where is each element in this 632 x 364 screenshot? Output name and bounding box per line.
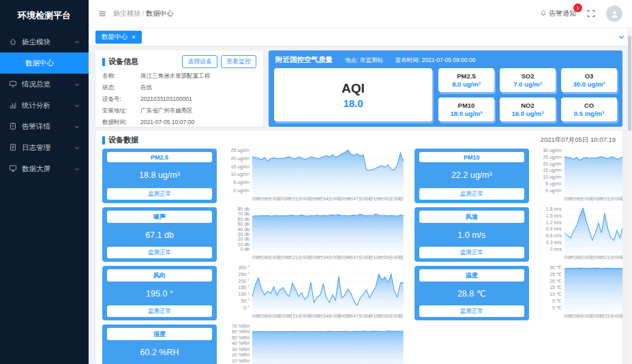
pm25-metric-card: PM2.5 18.8 ug/m³ 监测正常	[102, 149, 217, 203]
vertical-scrollbar[interactable]	[627, 27, 632, 364]
aqi-body: AQI 18.0 PM2.58.0 ug/m³ SO27.0 ug/m³ O33…	[274, 68, 617, 121]
sidebar-item-label: 情况总览	[22, 80, 50, 89]
metric-value: 22.2 ug/m³	[419, 170, 524, 180]
alarm-notice-button[interactable]: 告警通知 1	[540, 9, 576, 18]
aqi-location: 地点: 市监测站	[345, 57, 383, 65]
aqi-value: 18.0	[343, 97, 363, 109]
notice-badge: 1	[573, 3, 582, 12]
bell-icon	[540, 10, 547, 18]
chart-row-pm10: PM10 22.2 ug/m³ 监测正常 30 ug/m³25 ug/m³20 …	[415, 149, 622, 203]
pollutant-card-pm10: PM1018.0 ug/m³	[438, 97, 494, 121]
chevron-down-icon	[74, 124, 80, 130]
chart-row-wind-speed: 风速 1.0 m/s 监测正常 1.8 m/s1.5 m/s1.2 m/s0.9…	[415, 207, 622, 262]
humidity-metric-card: 湿度 60.2 %RH 监测正常	[102, 324, 217, 364]
field-name: 名称:珠江三角洲水资源配置工程	[102, 72, 256, 80]
sidebar-item-logs[interactable]: 日志管理	[0, 137, 89, 158]
collapse-menu-icon[interactable]	[98, 10, 106, 18]
metric-value: 28.8 ℃	[419, 288, 524, 299]
chevron-up-icon	[74, 40, 80, 45]
sidebar-item-stats[interactable]: 统计分析	[0, 95, 89, 116]
scrollbar-thumb[interactable]	[628, 35, 631, 131]
sidebar-item-label: 统计分析	[22, 101, 50, 110]
chart-plot	[565, 267, 622, 312]
aqi-panel-title: 附近国控空气质量	[275, 55, 333, 65]
status-badge[interactable]: 监测正常	[107, 305, 212, 317]
metric-label: 风向	[107, 269, 212, 282]
log-icon	[9, 143, 17, 153]
pollutant-grid: PM2.58.0 ug/m³ SO27.0 ug/m³ O330.0 ug/m³…	[438, 68, 617, 121]
metric-value: 1.0 m/s	[419, 230, 524, 240]
view-monitor-button[interactable]: 查看监控	[221, 55, 256, 68]
pollutant-card-co: CO0.5 mg/m³	[561, 97, 617, 121]
sidebar-item-label: 告警详情	[22, 122, 50, 132]
chevron-down-icon	[74, 145, 80, 151]
chart-row-wind-direction: 风向 195.0 ° 监测正常 300 °250 °200 °150 °100 …	[102, 266, 404, 320]
alert-icon	[9, 122, 17, 132]
device-data-title: 设备数据	[108, 135, 138, 145]
sidebar-item-overview[interactable]: 情况总览	[0, 74, 89, 95]
device-data-timestamp: 2021年07月05日 10:07:19	[541, 136, 616, 145]
field-status: 状态:在线	[102, 84, 256, 92]
chart-plot	[252, 149, 404, 194]
tab-options-chevron-down-icon[interactable]	[618, 33, 625, 41]
status-badge[interactable]: 监测正常	[419, 247, 524, 258]
sidebar: 环境检测平台 扬尘模块 数据中心 情况总览 统计分析 告警详情 日志管理	[0, 0, 89, 364]
field-address: 安装地址:广东省广州市越秀区	[102, 107, 256, 115]
overview-icon	[9, 80, 17, 89]
home-icon	[9, 37, 17, 47]
sidebar-item-label: 扬尘模块	[22, 37, 50, 47]
select-device-button[interactable]: 选择设备	[182, 55, 217, 68]
wind-direction-metric-card: 风向 195.0 ° 监测正常	[102, 266, 217, 320]
y-axis: 300 °250 °200 °150 °100 °50 °0 °	[224, 265, 252, 310]
sidebar-item-alerts[interactable]: 告警详情	[0, 116, 89, 137]
chevron-down-icon	[74, 103, 80, 108]
metric-label: 湿度	[107, 328, 212, 340]
topbar-actions: 告警通知 1	[540, 5, 622, 22]
sidebar-item-big-screen[interactable]: 数据大屏	[0, 158, 89, 179]
sidebar-item-label: 日志管理	[22, 143, 50, 153]
temperature-metric-card: 温度 28.8 ℃ 监测正常	[415, 266, 529, 320]
metric-label: 噪声	[107, 211, 212, 223]
breadcrumb: 扬尘模块 / 数据中心	[113, 9, 173, 18]
alarm-notice-label: 告警通知	[549, 9, 576, 18]
tab-data-center[interactable]: 数据中心 ×	[95, 31, 142, 44]
field-data-time: 数据时间:2021-07-05 10:07:00	[102, 119, 256, 127]
x-axis: 09时08分00秒09时21分00秒09时34分00秒09时47分00秒10时0…	[224, 196, 404, 203]
chart-row-pm25: PM2.5 18.8 ug/m³ 监测正常 25 ug/m³20 ug/m³15…	[102, 149, 404, 203]
wind-direction-chart: 300 °250 °200 °150 °100 °50 °0 ° 09时08分0…	[224, 266, 404, 320]
chart-plot	[565, 208, 622, 253]
metric-value: 60.2 %RH	[107, 348, 212, 357]
metric-value: 18.8 ug/m³	[107, 170, 212, 180]
chevron-down-icon	[74, 82, 80, 87]
breadcrumb-separator: /	[142, 10, 145, 17]
status-badge[interactable]: 监测正常	[419, 305, 524, 317]
chevron-down-icon	[74, 166, 80, 172]
user-avatar[interactable]	[606, 5, 622, 22]
pollutant-card-o3: O330.0 ug/m³	[561, 68, 617, 92]
close-icon[interactable]: ×	[132, 33, 136, 41]
sidebar-item-dust-module[interactable]: 扬尘模块	[0, 31, 89, 52]
section-marker	[102, 136, 105, 145]
breadcrumb-parent[interactable]: 扬尘模块	[113, 10, 140, 17]
sidebar-item-data-center[interactable]: 数据中心	[0, 52, 89, 74]
pm10-metric-card: PM10 22.2 ug/m³ 监测正常	[415, 149, 529, 203]
status-badge[interactable]: 监测正常	[419, 188, 524, 200]
stats-icon	[9, 101, 17, 110]
status-badge[interactable]: 监测正常	[107, 188, 212, 200]
info-row: 设备信息 选择设备 查看监控 名称:珠江三角洲水资源配置工程 状态:在线 设备号…	[95, 50, 622, 127]
y-axis: 70 %RH60 %RH50 %RH40 %RH30 %RH20 %RH10 %…	[224, 324, 252, 364]
pm25-chart: 25 ug/m³20 ug/m³15 ug/m³10 ug/m³5 ug/m³0…	[224, 149, 404, 203]
fullscreen-icon[interactable]	[587, 10, 595, 18]
main-area: 扬尘模块 / 数据中心 告警通知 1 数据中心 ×	[89, 0, 632, 364]
tab-label: 数据中心	[102, 33, 127, 42]
breadcrumb-current: 数据中心	[146, 10, 173, 17]
content: 设备信息 选择设备 查看监控 名称:珠江三角洲水资源配置工程 状态:在线 设备号…	[89, 46, 632, 364]
device-info-title: 设备信息	[108, 57, 138, 67]
y-axis: 25 ug/m³20 ug/m³15 ug/m³10 ug/m³5 ug/m³0…	[224, 148, 252, 193]
y-axis: 1.8 m/s1.5 m/s1.2 m/s0.9 m/s0.6 m/s0.3 m…	[536, 207, 565, 252]
status-badge[interactable]: 监测正常	[107, 247, 212, 258]
device-info-header: 设备信息 选择设备 查看监控	[102, 55, 256, 68]
screen-icon	[9, 164, 17, 174]
chart-plot	[252, 325, 404, 364]
pollutant-card-pm25: PM2.58.0 ug/m³	[438, 68, 494, 92]
